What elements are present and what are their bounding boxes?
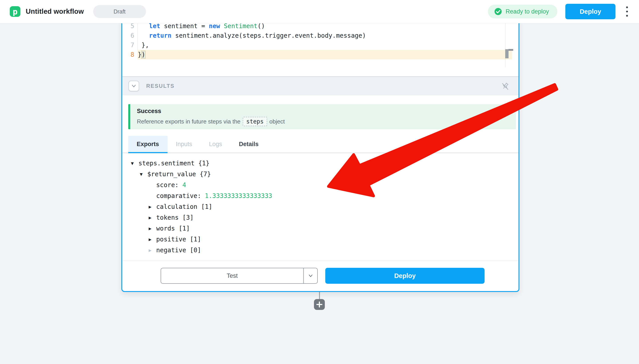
- tree-row-calculation[interactable]: ▶calculation [1]: [131, 201, 272, 212]
- tree-row-negative[interactable]: ▶negative [0]: [131, 245, 272, 256]
- tree-value: 4: [182, 181, 186, 189]
- tree-key: positive: [156, 236, 186, 243]
- success-message-after: object: [269, 118, 285, 125]
- tree-key: tokens: [156, 214, 179, 221]
- collapse-results-button[interactable]: [128, 81, 139, 91]
- tree-row-tokens[interactable]: ▶tokens [3]: [131, 212, 272, 223]
- tree-row-comparative: comparative: 1.3333333333333333: [131, 190, 272, 201]
- line-number: 5: [122, 22, 138, 30]
- code-editor[interactable]: 5 let sentiment = new Sentiment()6 retur…: [122, 21, 518, 60]
- tree-count: [1]: [197, 203, 212, 210]
- code-line[interactable]: 6 return sentiment.analyze(steps.trigger…: [122, 31, 518, 40]
- tree-key: $return_value: [147, 170, 196, 178]
- check-circle-icon: [494, 8, 502, 16]
- editor-scrollbar-h[interactable]: [509, 49, 513, 51]
- line-number: 7: [122, 42, 138, 49]
- tab-inputs[interactable]: Inputs: [168, 136, 201, 152]
- kebab-menu-icon[interactable]: [625, 6, 629, 17]
- results-title: RESULTS: [146, 83, 175, 89]
- code-line-text: }): [138, 51, 145, 58]
- results-tabs: ExportsInputsLogsDetails: [122, 136, 518, 153]
- chevron-down-icon: [308, 273, 313, 279]
- tree-count: {1}: [195, 160, 209, 167]
- editor-ruler: [505, 20, 505, 68]
- tree-row-positive[interactable]: ▶positive [1]: [131, 234, 272, 245]
- expand-arrow-icon[interactable]: ▶: [149, 226, 156, 231]
- tree-row-steps.sentiment[interactable]: ▼steps.sentiment {1}: [131, 158, 272, 169]
- tree-count: {7}: [196, 170, 211, 178]
- workflow-step-card: 5 let sentiment = new Sentiment()6 retur…: [121, 0, 519, 292]
- success-title: Success: [137, 108, 516, 114]
- code-line-text: return sentiment.analyze(steps.trigger.e…: [138, 32, 366, 39]
- expand-arrow-icon[interactable]: ▶: [149, 237, 156, 242]
- success-message: Reference exports in future steps via th…: [137, 117, 516, 126]
- tree-count: [3]: [179, 214, 193, 221]
- exports-tree: ▼steps.sentiment {1}▼$return_value {7}sc…: [131, 158, 272, 256]
- test-options-caret[interactable]: [303, 268, 317, 283]
- add-step-button[interactable]: [314, 299, 325, 310]
- tree-row-score: score: 4: [131, 180, 272, 190]
- deploy-button-header[interactable]: Deploy: [565, 4, 615, 19]
- collapse-arrow-icon[interactable]: ▼: [140, 172, 147, 177]
- deploy-button-card[interactable]: Deploy: [325, 268, 485, 284]
- tree-key: negative: [156, 246, 186, 254]
- expand-arrow-icon[interactable]: ▶: [149, 215, 156, 220]
- gutter-divider: [138, 21, 138, 50]
- footer-divider: [123, 260, 518, 261]
- expand-arrow-icon[interactable]: ▶: [149, 248, 156, 253]
- workflow-title[interactable]: Untitled workflow: [26, 8, 84, 16]
- success-banner: Success Reference exports in future step…: [128, 104, 516, 129]
- code-line[interactable]: 8}): [122, 50, 518, 60]
- app-header: p Untitled workflow Draft Ready to deplo…: [0, 0, 639, 23]
- tree-key: steps.sentiment: [138, 160, 195, 167]
- tree-count: [1]: [186, 236, 201, 243]
- tree-row-$return_value[interactable]: ▼$return_value {7}: [131, 169, 272, 180]
- steps-object-chip: steps: [243, 117, 267, 126]
- tree-key: score:: [156, 181, 182, 189]
- line-number: 6: [122, 32, 138, 39]
- code-line-text: },: [138, 42, 149, 49]
- tree-row-words[interactable]: ▶words [1]: [131, 223, 272, 234]
- code-line[interactable]: 7 },: [122, 40, 518, 50]
- pipedream-logo[interactable]: p: [10, 6, 21, 17]
- expand-arrow-icon[interactable]: ▶: [149, 204, 156, 210]
- step-connector-line: [319, 292, 320, 300]
- status-badge-label: Ready to deploy: [506, 8, 549, 15]
- chevron-down-icon: [131, 83, 137, 89]
- tree-key: words: [156, 225, 175, 232]
- draft-badge: Draft: [93, 5, 146, 18]
- line-number: 8: [122, 51, 138, 58]
- editor-scrollbar[interactable]: [505, 49, 509, 58]
- test-button[interactable]: Test: [161, 268, 318, 284]
- tree-key: comparative:: [156, 192, 205, 200]
- tab-details[interactable]: Details: [230, 136, 267, 152]
- tree-count: [0]: [186, 246, 201, 254]
- tree-value: 1.3333333333333333: [205, 192, 272, 200]
- status-badge: Ready to deploy: [488, 5, 557, 18]
- results-header: RESULTS: [122, 76, 518, 95]
- pin-disabled-icon[interactable]: [500, 81, 511, 92]
- collapse-arrow-icon[interactable]: ▼: [131, 161, 138, 166]
- code-line-text: let sentiment = new Sentiment(): [138, 22, 265, 30]
- test-button-label[interactable]: Test: [161, 268, 303, 283]
- tree-count: [1]: [175, 225, 190, 232]
- tab-exports[interactable]: Exports: [128, 136, 168, 152]
- success-message-before: Reference exports in future steps via th…: [137, 118, 240, 125]
- tree-key: calculation: [156, 203, 197, 210]
- tab-logs[interactable]: Logs: [201, 136, 230, 152]
